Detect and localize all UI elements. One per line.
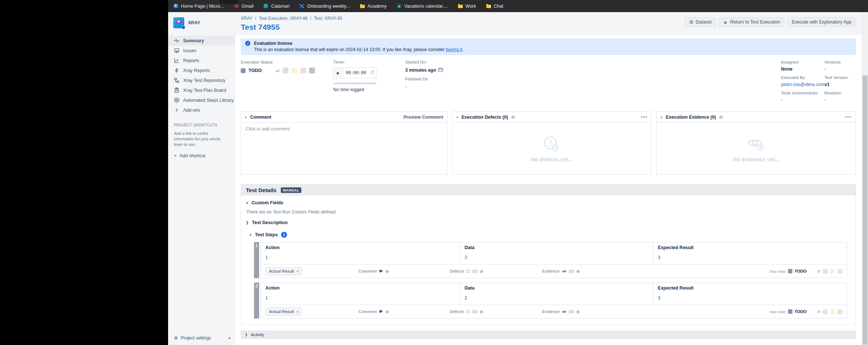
- page-title: Test 74955: [241, 23, 342, 32]
- step-number[interactable]: 2: [254, 283, 259, 319]
- add-step-evidence-icon[interactable]: ⊕: [576, 269, 580, 274]
- return-label: Return to Test Execution: [730, 19, 780, 25]
- test-steps-section-toggle[interactable]: ∧ Test Steps 2: [249, 232, 851, 238]
- sidebar-item-issues[interactable]: Issues: [168, 46, 235, 55]
- no-defects-text: No defects yet...: [531, 156, 573, 162]
- bookmark-home-page[interactable]: Home Page | Micro...: [173, 4, 224, 9]
- info-icon: i: [245, 41, 250, 46]
- step-state-label: Step State: [769, 310, 785, 314]
- breadcrumb-project[interactable]: XRAY: [241, 16, 253, 21]
- executed-by-link[interactable]: pedro.luis@idera.com: [781, 82, 824, 87]
- actual-result-button[interactable]: Actual Result ∨: [265, 267, 302, 275]
- reset-timer-icon[interactable]: [369, 70, 376, 76]
- scrollbar-thumb[interactable]: [862, 75, 868, 345]
- bookmark-label: Chat: [494, 4, 503, 9]
- collapse-chevron-icon[interactable]: ∧: [660, 115, 663, 119]
- bookmark-work[interactable]: Work: [458, 4, 476, 9]
- calendar-icon[interactable]: [438, 67, 443, 73]
- buying-it-link[interactable]: buying it: [446, 47, 462, 52]
- bookmarks-bar: Home Page | Micro... M Gmail Calamari On…: [168, 0, 868, 12]
- bookmark-calamari[interactable]: Calamari: [264, 4, 290, 9]
- step-expected-cell[interactable]: Expected Result 3: [653, 242, 847, 264]
- test-steps-title: Test Steps: [255, 232, 278, 237]
- swap-status-icon[interactable]: ⇄: [817, 269, 820, 274]
- project-settings-label: Project settings: [181, 335, 211, 341]
- test-description-section-toggle[interactable]: ❯ Test Description: [246, 220, 851, 225]
- swap-status-icon[interactable]: ⇄: [817, 309, 820, 314]
- sidebar-item-summary[interactable]: Summary: [168, 36, 235, 46]
- step-data-cell[interactable]: Data 2: [460, 283, 654, 305]
- step-executing-square[interactable]: [830, 309, 835, 314]
- preview-comment-button[interactable]: Preview Comment: [403, 115, 443, 120]
- gmail-icon: M: [234, 4, 239, 9]
- add-defect-icon[interactable]: ⊕: [511, 114, 515, 120]
- bookmark-vacations-calendar[interactable]: x Vacations calendar....: [396, 4, 448, 9]
- add-step-comment-icon[interactable]: ⊕: [385, 309, 389, 315]
- collapse-chevron-icon[interactable]: ∧: [456, 115, 459, 119]
- sidebar-item-label: Xray Test Plan Board: [183, 88, 226, 93]
- comment-editor[interactable]: Click to add comment: [241, 123, 447, 174]
- evidence-menu-icon[interactable]: •••: [845, 115, 852, 120]
- sidebar-item-label: Add-ons: [183, 108, 200, 113]
- sidebar-item-reports[interactable]: Reports: [168, 55, 235, 65]
- bookmark-academy[interactable]: Academy: [360, 4, 386, 9]
- sidebar-item-xray-reports[interactable]: Xray Reports: [168, 65, 235, 75]
- add-step-defect-icon[interactable]: ⊕: [479, 309, 483, 315]
- custom-fields-section-toggle[interactable]: ∧ Custom Fields: [246, 200, 851, 205]
- actual-result-button[interactable]: Actual Result ∨: [265, 308, 302, 316]
- timer-value: 00:00:00: [343, 70, 369, 75]
- add-step-comment-icon[interactable]: ⊕: [385, 269, 389, 274]
- project-settings-button[interactable]: ⚙ Project settings: [174, 335, 211, 341]
- step-fail-square[interactable]: [838, 269, 842, 274]
- banner-period: .: [462, 47, 463, 52]
- project-header[interactable]: XRAY: [168, 12, 235, 33]
- add-step-evidence-icon[interactable]: ⊕: [576, 309, 580, 315]
- sidebar-item-automated-steps-library[interactable]: Automated Steps Library: [168, 95, 235, 105]
- test-version-value: v1: [824, 82, 856, 87]
- bookmark-label: Academy: [367, 4, 386, 9]
- status-pass-square[interactable]: [283, 68, 288, 73]
- vertical-scrollbar[interactable]: [862, 12, 868, 345]
- sidebar-collapse-button[interactable]: «: [228, 335, 231, 341]
- sidebar-item-xray-test-repository[interactable]: Xray Test Repository: [168, 75, 235, 85]
- breadcrumb-test[interactable]: Test: XRAY-39: [314, 16, 342, 21]
- step-fail-square[interactable]: [838, 309, 842, 314]
- execute-exploratory-button[interactable]: Execute with Exploratory App: [787, 17, 856, 27]
- chart-icon: [174, 58, 179, 63]
- sidebar-item-xray-test-plan-board[interactable]: Xray Test Plan Board: [168, 85, 235, 95]
- sidebar-item-label: Automated Steps Library: [183, 98, 234, 103]
- step-executing-square[interactable]: [830, 269, 835, 274]
- status-fail-square[interactable]: [300, 68, 306, 73]
- dataset-button[interactable]: ⊞ Dataset: [685, 17, 716, 27]
- add-shortcut-button[interactable]: + Add shortcut: [174, 153, 229, 158]
- excel-icon: x: [396, 4, 402, 9]
- play-button[interactable]: ▶: [334, 68, 343, 78]
- step-pass-square[interactable]: [823, 269, 828, 274]
- activity-section-toggle[interactable]: ❯ Activity: [241, 331, 856, 339]
- bookmark-onboarding[interactable]: Onboarding weekly...: [299, 4, 350, 9]
- step-data-cell[interactable]: Data 2: [460, 242, 654, 264]
- step-pass-square[interactable]: [823, 309, 828, 314]
- expected-header: Expected Result: [658, 285, 842, 291]
- sidebar-item-label: Summary: [183, 38, 204, 43]
- step-number[interactable]: 1: [254, 242, 259, 278]
- step-state-value: TODO: [795, 309, 807, 314]
- add-evidence-icon[interactable]: ⊕: [719, 114, 723, 120]
- step-expected-cell[interactable]: Expected Result 3: [653, 283, 847, 305]
- status-executing-square[interactable]: [291, 68, 297, 73]
- bookmark-chat[interactable]: Chat: [486, 4, 503, 9]
- swap-status-icon[interactable]: ⇄: [276, 68, 280, 73]
- sidebar-item-add-ons[interactable]: Add-ons: [168, 105, 235, 115]
- step-action-cell[interactable]: Action 1: [261, 283, 460, 305]
- add-step-defect-icon[interactable]: ⊕: [479, 269, 483, 274]
- bookmark-gmail[interactable]: M Gmail: [234, 4, 254, 9]
- return-to-test-execution-button[interactable]: ▲ Return to Test Execution: [719, 17, 785, 27]
- execution-defects-panel: ∧ Execution Defects (0) ⊕ •••: [452, 111, 652, 175]
- breadcrumb-test-execution[interactable]: Test Execution: XRAY-46: [259, 16, 308, 21]
- test-step-row: 1 Action 1 Data 2: [254, 242, 847, 278]
- defects-menu-icon[interactable]: •••: [641, 115, 648, 120]
- step-action-cell[interactable]: Action 1: [261, 242, 460, 264]
- status-todo-square[interactable]: [309, 68, 315, 73]
- no-time-logged: No time logged: [333, 87, 405, 92]
- collapse-chevron-icon[interactable]: ∧: [245, 115, 247, 119]
